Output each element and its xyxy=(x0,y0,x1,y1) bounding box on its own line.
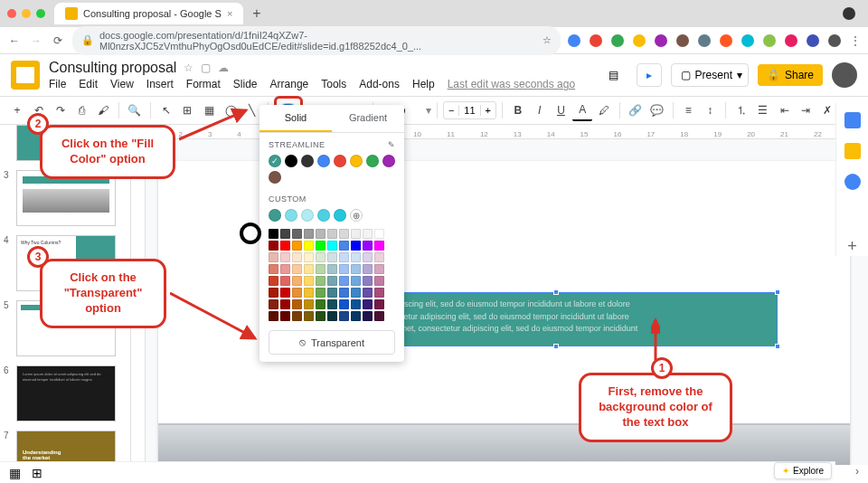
menu-help[interactable]: Help xyxy=(412,78,435,90)
select-button[interactable]: ↖ xyxy=(156,99,176,121)
cloud-icon[interactable]: ☁ xyxy=(218,62,229,74)
color-swatch[interactable] xyxy=(363,288,373,298)
hide-panel-icon[interactable]: › xyxy=(855,465,859,478)
color-swatch[interactable] xyxy=(316,252,326,262)
color-swatch[interactable] xyxy=(304,299,314,309)
tab-solid[interactable]: Solid xyxy=(259,105,332,132)
reload-icon[interactable]: ⟳ xyxy=(51,33,65,48)
profile-dot-icon[interactable] xyxy=(843,7,855,20)
color-swatch[interactable] xyxy=(304,241,314,251)
color-swatch[interactable] xyxy=(304,288,314,298)
color-swatch[interactable] xyxy=(339,276,349,286)
color-swatch[interactable] xyxy=(339,299,349,309)
ext-icon[interactable] xyxy=(611,34,624,47)
color-swatch[interactable] xyxy=(351,241,361,251)
custom-color-swatch[interactable] xyxy=(334,209,346,222)
custom-color-swatch[interactable] xyxy=(301,209,314,222)
color-swatch[interactable] xyxy=(269,229,278,239)
menu-edit[interactable]: Edit xyxy=(79,78,98,90)
align-button[interactable]: ≡ xyxy=(678,99,698,121)
color-swatch[interactable] xyxy=(363,252,373,262)
color-swatch[interactable] xyxy=(351,311,361,321)
line-spacing-button[interactable]: ↕ xyxy=(700,99,720,121)
new-tab-button[interactable]: + xyxy=(252,5,260,22)
color-swatch[interactable] xyxy=(316,311,326,321)
color-swatch[interactable] xyxy=(351,288,361,298)
color-swatch[interactable] xyxy=(304,229,314,239)
font-size-control[interactable]: − 11 + xyxy=(443,101,496,119)
theme-color-swatch[interactable] xyxy=(301,155,314,167)
color-swatch[interactable] xyxy=(269,299,278,309)
theme-color-swatch[interactable] xyxy=(285,155,297,167)
menu-slide[interactable]: Slide xyxy=(233,78,258,90)
color-swatch[interactable] xyxy=(280,311,290,321)
calendar-icon[interactable] xyxy=(844,112,861,128)
bold-button[interactable]: B xyxy=(508,99,528,121)
url-input[interactable]: 🔒 docs.google.com/presentation/d/1fniI24… xyxy=(72,26,561,55)
present-button[interactable]: ▢ Present ▾ xyxy=(671,63,749,87)
tab-close-icon[interactable]: × xyxy=(227,8,232,19)
color-swatch[interactable] xyxy=(292,264,302,274)
color-swatch[interactable] xyxy=(363,229,373,239)
slide-thumb[interactable]: Lorem ipsum dolor sit amet adipiscing el… xyxy=(16,365,116,421)
theme-color-swatch[interactable] xyxy=(269,171,281,184)
indent-dec-button[interactable]: ⇤ xyxy=(775,99,795,121)
last-edit-text[interactable]: Last edit was seconds ago xyxy=(448,78,575,90)
window-close-icon[interactable] xyxy=(7,9,16,18)
ext-icon[interactable] xyxy=(633,34,646,47)
redo-button[interactable]: ↷ xyxy=(51,99,71,121)
color-swatch[interactable] xyxy=(374,252,384,262)
color-swatch[interactable] xyxy=(280,264,290,274)
star-bookmark-icon[interactable]: ☆ xyxy=(542,34,552,46)
color-swatch[interactable] xyxy=(316,264,326,274)
menu-tools[interactable]: Tools xyxy=(321,78,346,90)
menu-insert[interactable]: Insert xyxy=(146,78,174,90)
filmstrip-icon[interactable]: ⊞ xyxy=(32,466,42,480)
slideshow-button[interactable]: ▸ xyxy=(637,63,662,87)
color-swatch[interactable] xyxy=(280,252,290,262)
color-swatch[interactable] xyxy=(327,241,337,251)
ext-icon[interactable] xyxy=(698,34,711,47)
theme-color-swatch[interactable] xyxy=(334,155,346,167)
star-icon[interactable]: ☆ xyxy=(184,62,193,74)
ext-icon[interactable] xyxy=(655,34,667,47)
kebab-menu-icon[interactable]: ⋮ xyxy=(850,34,861,47)
move-icon[interactable]: ▢ xyxy=(201,62,211,74)
color-swatch[interactable] xyxy=(280,276,290,286)
menu-view[interactable]: View xyxy=(110,78,134,90)
color-swatch[interactable] xyxy=(374,276,384,286)
ext-icon[interactable] xyxy=(720,34,732,47)
color-swatch[interactable] xyxy=(280,241,290,251)
edit-theme-icon[interactable]: ✎ xyxy=(388,140,396,149)
font-size-value[interactable]: 11 xyxy=(458,105,480,116)
print-button[interactable]: ⎙ xyxy=(71,99,91,121)
color-swatch[interactable] xyxy=(339,252,349,262)
color-swatch[interactable] xyxy=(351,229,361,239)
color-swatch[interactable] xyxy=(327,299,337,309)
comment-button[interactable]: 💬 xyxy=(647,99,667,121)
theme-color-swatch[interactable] xyxy=(350,155,363,167)
custom-color-swatch[interactable] xyxy=(285,209,297,222)
list-bullet-button[interactable]: ☰ xyxy=(753,99,773,121)
color-swatch[interactable] xyxy=(316,288,326,298)
doc-title[interactable]: Consulting proposal xyxy=(49,60,176,76)
add-custom-color-button[interactable]: ⊕ xyxy=(350,209,363,222)
window-zoom-icon[interactable] xyxy=(36,9,45,18)
color-swatch[interactable] xyxy=(269,276,278,286)
size-minus-button[interactable]: − xyxy=(444,105,458,116)
indent-inc-button[interactable]: ⇥ xyxy=(796,99,816,121)
color-swatch[interactable] xyxy=(316,229,326,239)
color-swatch[interactable] xyxy=(363,264,373,274)
menu-arrange[interactable]: Arrange xyxy=(270,78,309,90)
grid-view-icon[interactable]: ▦ xyxy=(9,466,21,480)
color-swatch[interactable] xyxy=(316,276,326,286)
keep-icon[interactable] xyxy=(844,143,861,159)
color-swatch[interactable] xyxy=(280,229,290,239)
menu-addons[interactable]: Add-ons xyxy=(359,78,400,90)
color-swatch[interactable] xyxy=(374,299,384,309)
color-swatch[interactable] xyxy=(327,252,337,262)
color-swatch[interactable] xyxy=(280,288,290,298)
color-swatch[interactable] xyxy=(374,288,384,298)
color-swatch[interactable] xyxy=(292,241,302,251)
color-swatch[interactable] xyxy=(339,241,349,251)
